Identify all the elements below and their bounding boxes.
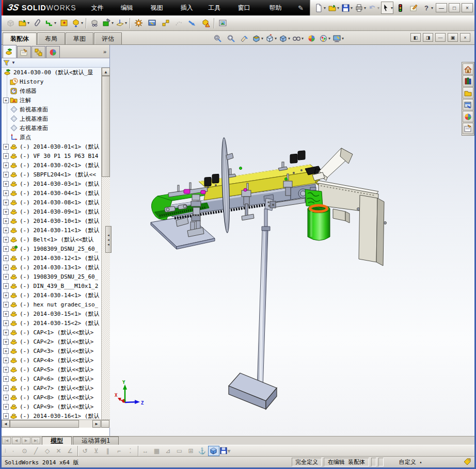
expand-toggle[interactable]: +: [3, 395, 9, 400]
spline-tool[interactable]: ⁚: [125, 446, 136, 456]
tab-nav-1[interactable]: ◀: [12, 437, 21, 444]
table-tool[interactable]: ⊞: [185, 446, 197, 456]
shaded-view-button[interactable]: [208, 446, 219, 456]
panel-splitter-handle[interactable]: ◂◂◂: [105, 226, 112, 253]
expand-toggle[interactable]: +: [3, 209, 9, 215]
tag-icon[interactable]: [464, 458, 471, 467]
scroll-track[interactable]: [102, 177, 110, 419]
menu-帮助[interactable]: 帮助(H): [264, 0, 294, 15]
expand-toggle[interactable]: +: [3, 274, 9, 280]
dropdown-arrow[interactable]: ▾: [324, 6, 326, 10]
expand-toggle[interactable]: +: [3, 311, 9, 317]
dropdown-arrow[interactable]: ▾: [125, 21, 127, 25]
toolbar-grip[interactable]: ⁞: [5, 448, 6, 454]
close-button[interactable]: ×: [462, 3, 473, 12]
tree-item[interactable]: +A注解: [2, 95, 101, 105]
filter-dropdown-arrow[interactable]: ▼: [11, 60, 15, 65]
restore-button[interactable]: □: [449, 3, 460, 12]
undo-button[interactable]: ▾: [368, 2, 380, 14]
scroll-thumb[interactable]: [102, 76, 110, 177]
point-tool[interactable]: ·: [8, 446, 19, 456]
dropdown-arrow[interactable]: ▾: [288, 36, 290, 41]
interference-check-button[interactable]: !: [199, 17, 212, 29]
edit-appearance-button[interactable]: [305, 32, 318, 44]
corner-tool[interactable]: ⌐: [114, 446, 125, 456]
menu-视图[interactable]: 视图(V): [145, 0, 175, 15]
exploded-view-button[interactable]: [159, 17, 171, 29]
scroll-up-button[interactable]: ▲: [102, 68, 110, 76]
menu-插入[interactable]: 插入(I): [175, 0, 203, 15]
explode-line-sketch-button[interactable]: [172, 17, 185, 29]
doc-close-button[interactable]: ×: [460, 33, 470, 42]
tree-item[interactable]: +(-) 2014-030-08<1> (默认: [2, 198, 101, 207]
pane-left-button[interactable]: ◧: [410, 33, 421, 42]
expand-toggle[interactable]: +: [3, 190, 9, 196]
save-small-button[interactable]: ▾: [219, 446, 231, 456]
zoom-area-button[interactable]: [225, 32, 237, 44]
parallel-tool[interactable]: ∥: [102, 446, 114, 456]
tree-item[interactable]: +(-) CAP<7> (默认<<默认>: [2, 383, 101, 393]
dropdown-arrow[interactable]: ▾: [275, 36, 277, 41]
expand-toggle[interactable]: +: [3, 255, 9, 261]
dropdown-arrow[interactable]: ▾: [364, 6, 366, 10]
taskpane-custom-properties[interactable]: [463, 123, 473, 134]
tab-运动算例1[interactable]: 运动算例1: [73, 436, 119, 445]
tree-item[interactable]: +(-) CAP<1> (默认<<默认>: [2, 328, 101, 337]
tab-nav-2[interactable]: ▶: [22, 437, 30, 444]
expand-toggle[interactable]: +: [3, 144, 9, 150]
move-component-button[interactable]: ▾: [71, 17, 84, 29]
tree-root-item[interactable]: 2014-030-00 (默认<默认_显: [2, 68, 101, 77]
tab-模型[interactable]: 模型: [42, 436, 72, 445]
tree-item[interactable]: +(-) 2014-030-10<1> (默认: [2, 216, 101, 225]
tab-configurationmanager[interactable]: [31, 46, 45, 58]
motion-study-button[interactable]: [132, 17, 145, 29]
open-part-button[interactable]: ▾: [18, 17, 30, 29]
tree-item[interactable]: +(-) CAP<3> (默认<<默认>: [2, 346, 101, 355]
expand-toggle[interactable]: +: [3, 181, 9, 187]
rebuild-button[interactable]: [394, 2, 407, 14]
expand-toggle[interactable]: +: [3, 339, 9, 345]
menu-文件[interactable]: 文件(F): [86, 0, 115, 15]
tree-item[interactable]: +(-) SBPFL204<1> (默认<<: [2, 170, 101, 179]
expand-toggle[interactable]: +: [3, 246, 9, 252]
tree-item[interactable]: +(-) 2014-030-09<1> (默认: [2, 207, 101, 216]
tree-item[interactable]: +(-) DIN_439_B___M10x1_2: [2, 281, 101, 290]
expand-toggle[interactable]: +: [3, 172, 9, 177]
tree-item[interactable]: 原点: [2, 133, 101, 142]
tab-nav-3[interactable]: ▶|: [31, 437, 40, 444]
expand-toggle[interactable]: +: [3, 320, 9, 326]
previous-view-button[interactable]: [238, 32, 250, 44]
dropdown-arrow[interactable]: ▾: [351, 6, 353, 10]
tree-item[interactable]: +(-) 2014-030-04<1> (默认: [2, 188, 101, 198]
dropdown-arrow[interactable]: ▾: [27, 21, 29, 25]
new-document-button[interactable]: ▾: [314, 2, 326, 14]
dropdown-arrow[interactable]: ▾: [342, 36, 344, 41]
taskpane-home[interactable]: [463, 63, 473, 75]
tree-item[interactable]: +(-) 2014-030-11<1> (默认: [2, 225, 101, 235]
taskpane-file-explorer[interactable]: [463, 87, 473, 99]
hide-show-items-button[interactable]: ▾: [292, 32, 304, 44]
pane-right-button[interactable]: ◨: [423, 33, 433, 42]
expand-toggle[interactable]: +: [3, 237, 9, 242]
tab-装配体[interactable]: 装配体: [3, 33, 37, 45]
section-view-button[interactable]: ▾: [251, 32, 264, 44]
dropdown-arrow[interactable]: ▾: [391, 6, 393, 10]
mate-button[interactable]: ▾: [44, 17, 57, 29]
doc-minimize-button[interactable]: —: [435, 33, 446, 42]
expand-toggle[interactable]: +: [3, 200, 9, 205]
angle-tool[interactable]: ∠: [65, 446, 76, 456]
options-button[interactable]: [408, 2, 420, 14]
taskpane-design-library[interactable]: [463, 75, 473, 87]
green-cylinder-cup[interactable]: [308, 205, 330, 241]
show-hidden-components-button[interactable]: [88, 17, 101, 29]
dropdown-arrow[interactable]: ▾: [81, 21, 83, 25]
help-button[interactable]: ?▾: [421, 2, 434, 14]
tree-item[interactable]: +(-) 2014-030-01<1> (默认: [2, 142, 101, 151]
tree-item[interactable]: History: [2, 77, 101, 86]
dropdown-arrow[interactable]: ▾: [261, 36, 263, 41]
tree-item[interactable]: +(-) 2014-030-15<1> (默认: [2, 309, 101, 318]
tab-评估[interactable]: 评估: [94, 33, 122, 44]
dropdown-arrow[interactable]: ▾: [328, 36, 330, 41]
expand-toggle[interactable]: +: [3, 358, 9, 363]
tab-布局[interactable]: 布局: [37, 33, 65, 44]
